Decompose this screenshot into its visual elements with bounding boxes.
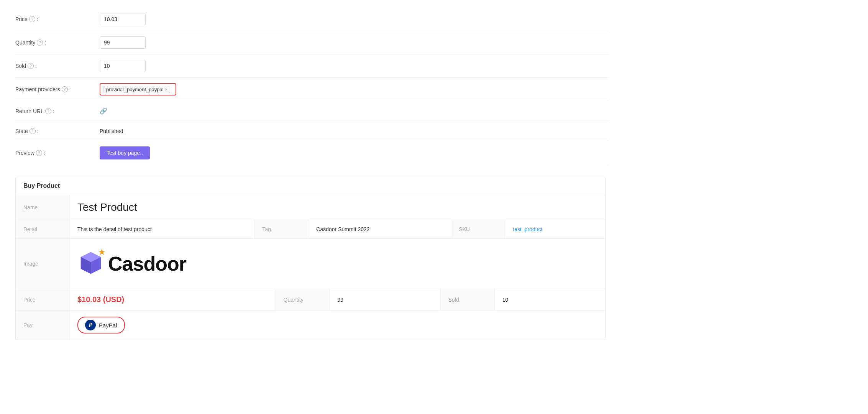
quantity-input[interactable] — [100, 36, 146, 49]
buy-product-wrapper: Buy Product Name Test Product Detail Thi… — [15, 177, 609, 340]
sku-cell-value: test_product — [505, 220, 605, 238]
return-url-label: Return URL ? : — [15, 108, 100, 114]
product-detail-row: Detail This is the detail of test produc… — [16, 220, 605, 239]
state-label: State ? : — [15, 128, 100, 134]
quantity-row: Quantity ? : — [15, 31, 609, 54]
payment-providers-label: Payment providers ? : — [15, 86, 100, 92]
price-display: $10.03 (USD) — [77, 295, 124, 304]
price-help-icon[interactable]: ? — [29, 16, 35, 22]
price-input[interactable] — [100, 13, 146, 25]
buy-product-section: Buy Product Name Test Product Detail Thi… — [15, 177, 605, 340]
casdoor-logo: ★ Casdoor — [77, 243, 186, 285]
paypal-logo-icon: P — [85, 320, 96, 330]
preview-help-icon[interactable]: ? — [36, 150, 42, 156]
product-name-row: Name Test Product — [16, 195, 605, 220]
paypal-label: PayPal — [99, 322, 117, 329]
price-row: Price ? : — [15, 8, 609, 31]
link-icon: 🔗 — [100, 107, 107, 115]
detail-cell-value: This is the detail of test product — [69, 220, 254, 238]
sold-cell-label: Sold — [441, 289, 494, 310]
name-cell-value: Test Product — [69, 195, 605, 220]
product-pay-row: Pay P PayPal — [16, 310, 605, 340]
return-url-row: Return URL ? : 🔗 — [15, 101, 609, 121]
product-name-text: Test Product — [77, 201, 137, 214]
sku-cell-label: SKU — [451, 220, 505, 238]
quantity-help-icon[interactable]: ? — [37, 39, 43, 46]
payment-providers-row: Payment providers ? : provider_payment_p… — [15, 78, 609, 101]
test-buy-page-button[interactable]: Test buy page.. — [100, 146, 150, 159]
paypal-button[interactable]: P PayPal — [77, 317, 125, 334]
product-image-row: Image ★ — [16, 239, 605, 289]
detail-cell-label: Detail — [16, 220, 69, 238]
state-value: Published — [100, 128, 123, 134]
tag-cell-label: Tag — [254, 220, 308, 238]
quantity-cell-value: 99 — [330, 289, 441, 310]
preview-label: Preview ? : — [15, 150, 100, 156]
price-cell-value: $10.03 (USD) — [69, 289, 276, 310]
sold-cell-value: 10 — [494, 289, 605, 310]
sold-label: Sold ? : — [15, 63, 100, 69]
quantity-cell-label: Quantity — [276, 289, 330, 310]
payment-providers-help-icon[interactable]: ? — [62, 86, 68, 92]
return-url-help-icon[interactable]: ? — [45, 108, 51, 114]
image-cell-label: Image — [16, 239, 69, 289]
price-cell-label: Price — [16, 289, 69, 310]
preview-row: Preview ? : Test buy page.. — [15, 141, 609, 165]
price-label: Price ? : — [15, 16, 100, 22]
tag-cell-value: Casdoor Summit 2022 — [308, 220, 451, 238]
buy-product-title: Buy Product — [16, 177, 605, 195]
star-icon: ★ — [98, 247, 106, 257]
payment-provider-tag: provider_payment_paypal × — [103, 86, 170, 93]
pay-cell-value: P PayPal — [69, 310, 605, 340]
product-price-row: Price $10.03 (USD) Quantity 99 Sold 10 — [16, 289, 605, 310]
sold-row: Sold ? : — [15, 54, 609, 78]
sold-help-icon[interactable]: ? — [28, 63, 34, 69]
payment-providers-input[interactable]: provider_payment_paypal × — [100, 83, 176, 95]
quantity-label: Quantity ? : — [15, 39, 100, 46]
name-cell-label: Name — [16, 195, 69, 220]
state-row: State ? : Published — [15, 121, 609, 141]
image-cell-value: ★ Casdoor — [69, 239, 605, 289]
pay-cell-label: Pay — [16, 310, 69, 340]
casdoor-logo-text: Casdoor — [108, 252, 186, 275]
sold-input[interactable] — [100, 60, 146, 72]
page-container: Price ? : Quantity ? : Sold ? : — [0, 0, 868, 414]
form-section: Price ? : Quantity ? : Sold ? : — [15, 8, 609, 340]
tag-close-icon[interactable]: × — [165, 87, 167, 92]
state-help-icon[interactable]: ? — [30, 128, 36, 134]
